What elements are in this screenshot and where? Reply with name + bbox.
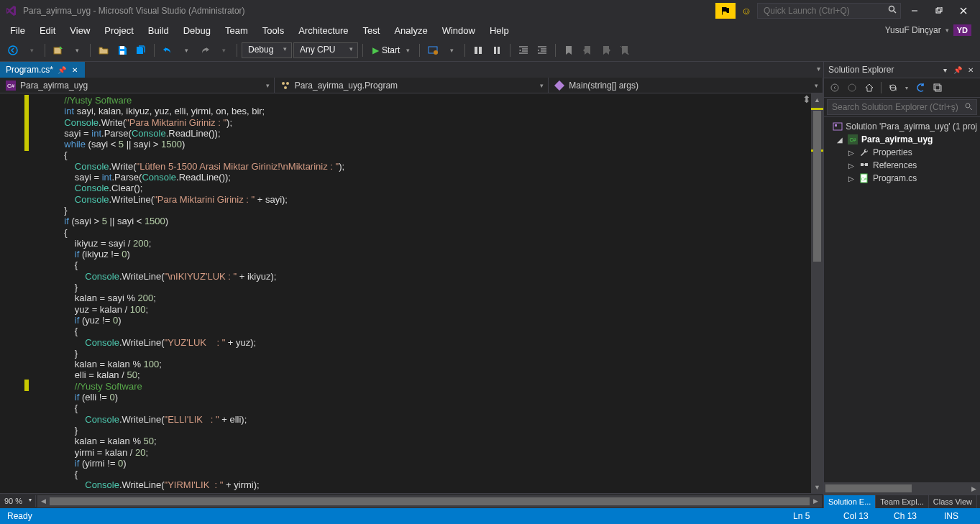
solution-tree: Solution 'Para_ayirma_uyg' (1 proj ◢ C# … (824, 117, 980, 482)
new-project-button[interactable] (50, 42, 67, 59)
nav-forward-button[interactable]: ▾ (23, 42, 40, 59)
indent-left-button[interactable] (515, 42, 532, 59)
home-button[interactable] (861, 81, 877, 95)
step-over-button[interactable] (470, 42, 487, 59)
menu-test[interactable]: Test (356, 23, 388, 38)
feedback-smiley-icon[interactable]: ☺ (738, 3, 754, 19)
sync-button[interactable] (885, 81, 901, 95)
quick-launch-input[interactable] (757, 3, 901, 19)
next-bookmark-button[interactable] (597, 42, 615, 59)
indent-right-button[interactable] (533, 42, 551, 59)
nav-method-dropdown[interactable]: Main(string[] args) (549, 78, 823, 93)
split-handle-icon[interactable]: ⬍ (802, 93, 811, 102)
undo-dropdown[interactable]: ▾ (178, 42, 195, 59)
scroll-up-icon[interactable]: ▲ (811, 93, 823, 106)
menu-build[interactable]: Build (141, 23, 176, 38)
menu-help[interactable]: Help (482, 23, 516, 38)
start-button[interactable]: ▶ Start (367, 43, 415, 58)
close-icon[interactable]: ✕ (70, 65, 79, 74)
config-dropdown[interactable]: Debug (242, 42, 292, 58)
tree-properties-node[interactable]: ▷ Properties (824, 146, 980, 159)
editor-margin[interactable] (0, 93, 33, 493)
user-name-label[interactable]: YusuF Dinçyar (885, 25, 941, 35)
scroll-left-icon[interactable]: ◀ (37, 495, 50, 507)
expander-closed-icon[interactable]: ▷ (847, 162, 856, 170)
scroll-right-icon[interactable]: ▶ (810, 495, 822, 507)
expander-closed-icon[interactable]: ▷ (847, 175, 856, 183)
home-back-button[interactable] (827, 81, 843, 95)
save-button[interactable] (114, 42, 131, 59)
maximize-button[interactable] (928, 3, 950, 19)
step-into-button[interactable] (488, 42, 505, 59)
menu-edit[interactable]: Edit (32, 23, 63, 38)
h-scroll-thumb[interactable] (825, 484, 912, 492)
prev-bookmark-button[interactable] (579, 42, 596, 59)
menu-project[interactable]: Project (97, 23, 140, 38)
scroll-right-icon[interactable]: ▶ (968, 482, 980, 495)
notification-flag-icon[interactable] (715, 3, 736, 19)
tree-solution-node[interactable]: Solution 'Para_ayirma_uyg' (1 proj (824, 120, 980, 133)
pin-icon[interactable]: 📌 (953, 65, 963, 75)
menu-view[interactable]: View (63, 23, 97, 38)
refresh-button[interactable] (912, 81, 928, 95)
menu-tools[interactable]: Tools (255, 23, 291, 38)
browser-link-button[interactable] (424, 42, 441, 59)
status-ready: Ready (7, 511, 32, 521)
panel-tab-1[interactable]: Team Expl... (876, 495, 929, 508)
panel-tab-0[interactable]: Solution E... (824, 495, 876, 508)
collapse-all-button[interactable] (930, 81, 945, 95)
nav-project-dropdown[interactable]: C# Para_ayirma_uyg (0, 78, 275, 93)
tab-overflow-dropdown[interactable]: ▾ (817, 65, 820, 73)
panel-h-scrollbar[interactable]: ◀ ▶ (824, 482, 980, 495)
expander-closed-icon[interactable]: ▷ (847, 149, 856, 157)
svg-point-7 (9, 46, 17, 55)
bookmark-button[interactable] (560, 42, 577, 59)
menu-architecture[interactable]: Architecture (291, 23, 355, 38)
scroll-down-icon[interactable]: ▼ (811, 481, 823, 493)
horizontal-scrollbar[interactable]: ◀ ▶ (37, 495, 822, 507)
svg-text:C#: C# (7, 83, 15, 89)
close-icon[interactable]: ✕ (966, 65, 976, 75)
zoom-dropdown[interactable]: 90 % (0, 495, 36, 507)
redo-dropdown[interactable]: ▾ (215, 42, 232, 59)
save-all-button[interactable] (132, 42, 150, 59)
menu-window[interactable]: Window (435, 23, 482, 38)
pin-icon[interactable]: 📌 (58, 66, 66, 74)
sync-dropdown[interactable]: ▾ (902, 81, 911, 95)
tree-file-node[interactable]: ▷ C# Program.cs (824, 172, 980, 185)
code-editor[interactable]: //Yusty Software int sayi, kalan, ikiyuz… (33, 93, 811, 493)
tree-references-node[interactable]: ▷ References (824, 159, 980, 172)
csharp-icon: C# (6, 81, 16, 91)
undo-button[interactable] (159, 42, 176, 59)
redo-button[interactable] (196, 42, 214, 59)
status-line: Ln 5 (793, 511, 822, 521)
browser-link-dropdown[interactable]: ▾ (443, 42, 460, 59)
solution-search-input[interactable] (827, 99, 977, 115)
tab-program-cs[interactable]: Program.cs* 📌 ✕ (0, 62, 85, 78)
h-scroll-thumb[interactable] (50, 497, 810, 505)
menu-file[interactable]: File (3, 23, 32, 38)
expander-open-icon[interactable]: ◢ (835, 136, 844, 144)
open-file-button[interactable] (95, 42, 112, 59)
scroll-thumb[interactable] (813, 111, 821, 262)
nav-back-button[interactable] (4, 42, 22, 59)
svg-rect-16 (498, 47, 500, 54)
new-dropdown[interactable]: ▾ (68, 42, 86, 59)
close-button[interactable] (953, 3, 974, 19)
minimize-button[interactable] (904, 3, 925, 19)
home-fwd-button[interactable] (844, 81, 860, 95)
svg-rect-10 (120, 51, 124, 55)
menu-team[interactable]: Team (218, 23, 255, 38)
platform-dropdown[interactable]: Any CPU (293, 42, 358, 58)
window-position-icon[interactable]: ▾ (940, 65, 950, 75)
clear-bookmarks-button[interactable] (616, 42, 633, 59)
user-avatar-badge[interactable]: YD (953, 24, 971, 36)
menu-debug[interactable]: Debug (176, 23, 218, 38)
svg-point-12 (434, 50, 438, 55)
chevron-down-icon[interactable]: ▾ (945, 27, 949, 34)
vertical-scrollbar[interactable]: ▲ ▼ (811, 93, 823, 493)
panel-tab-2[interactable]: Class View (929, 495, 977, 508)
nav-class-dropdown[interactable]: Para_ayirma_uyg.Program (275, 78, 549, 93)
tree-project-node[interactable]: ◢ C# Para_ayirma_uyg (824, 133, 980, 146)
menu-analyze[interactable]: Analyze (387, 23, 434, 38)
